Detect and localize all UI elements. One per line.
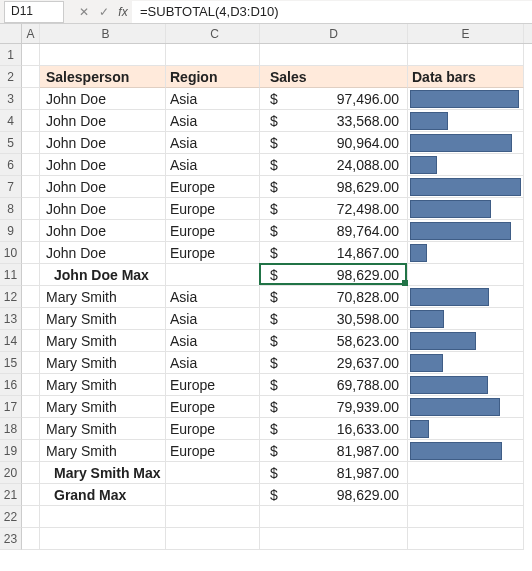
row-header[interactable]: 15	[0, 352, 22, 374]
fx-icon[interactable]: fx	[114, 5, 132, 19]
cell-a[interactable]	[22, 88, 40, 110]
row-header[interactable]: 8	[0, 198, 22, 220]
cell-a[interactable]	[22, 110, 40, 132]
row-header[interactable]: 6	[0, 154, 22, 176]
cell-salesperson[interactable]	[40, 528, 166, 550]
row-header[interactable]: 4	[0, 110, 22, 132]
cell-salesperson[interactable]: Mary Smith Max	[40, 462, 166, 484]
cell-region[interactable]: Europe	[166, 198, 260, 220]
cell-a[interactable]	[22, 440, 40, 462]
cell-databar[interactable]	[408, 264, 524, 286]
cell-a[interactable]	[22, 462, 40, 484]
cell-salesperson[interactable]: John Doe	[40, 132, 166, 154]
cell-a[interactable]	[22, 242, 40, 264]
row-header[interactable]: 7	[0, 176, 22, 198]
cell-a[interactable]	[22, 308, 40, 330]
cell-databar[interactable]	[408, 242, 524, 264]
cell-databar[interactable]	[408, 176, 524, 198]
cell-a[interactable]	[22, 220, 40, 242]
cell-sales[interactable]: $33,568.00	[260, 110, 408, 132]
cell-sales[interactable]: $81,987.00	[260, 462, 408, 484]
cell-databar[interactable]: Data bars	[408, 66, 524, 88]
cell-sales[interactable]	[260, 506, 408, 528]
row-header[interactable]: 5	[0, 132, 22, 154]
cell-a[interactable]	[22, 418, 40, 440]
cell-databar[interactable]	[408, 528, 524, 550]
cell-region[interactable]: Asia	[166, 308, 260, 330]
cell-salesperson[interactable]: John Doe	[40, 88, 166, 110]
cell-databar[interactable]	[408, 198, 524, 220]
cell-a[interactable]	[22, 264, 40, 286]
col-header-b[interactable]: B	[40, 24, 166, 43]
cell-sales[interactable]: $79,939.00	[260, 396, 408, 418]
cell-databar[interactable]	[408, 396, 524, 418]
cell-a[interactable]	[22, 132, 40, 154]
row-header[interactable]: 20	[0, 462, 22, 484]
row-header[interactable]: 17	[0, 396, 22, 418]
cell-salesperson[interactable]	[40, 44, 166, 66]
cell-salesperson[interactable]: John Doe	[40, 154, 166, 176]
cell-region[interactable]: Asia	[166, 154, 260, 176]
cell-sales[interactable]: $30,598.00	[260, 308, 408, 330]
cell-sales[interactable]	[260, 44, 408, 66]
cell-databar[interactable]	[408, 44, 524, 66]
cell-salesperson[interactable]: John Doe	[40, 220, 166, 242]
row-header[interactable]: 9	[0, 220, 22, 242]
cell-salesperson[interactable]: John Doe	[40, 110, 166, 132]
cell-sales[interactable]: $24,088.00	[260, 154, 408, 176]
cell-a[interactable]	[22, 198, 40, 220]
cell-region[interactable]	[166, 462, 260, 484]
cell-salesperson[interactable]: Mary Smith	[40, 308, 166, 330]
cell-salesperson[interactable]: Salesperson	[40, 66, 166, 88]
cell-salesperson[interactable]: Mary Smith	[40, 396, 166, 418]
cell-region[interactable]: Asia	[166, 352, 260, 374]
cell-region[interactable]	[166, 44, 260, 66]
cell-a[interactable]	[22, 44, 40, 66]
cell-sales[interactable]: $72,498.00	[260, 198, 408, 220]
cell-region[interactable]: Europe	[166, 374, 260, 396]
cell-databar[interactable]	[408, 418, 524, 440]
cell-a[interactable]	[22, 528, 40, 550]
col-header-c[interactable]: C	[166, 24, 260, 43]
row-header[interactable]: 10	[0, 242, 22, 264]
cell-region[interactable]: Europe	[166, 440, 260, 462]
row-header[interactable]: 23	[0, 528, 22, 550]
cell-a[interactable]	[22, 506, 40, 528]
row-header[interactable]: 14	[0, 330, 22, 352]
enter-icon[interactable]: ✓	[94, 5, 114, 19]
cell-salesperson[interactable]: John Doe Max	[40, 264, 166, 286]
cell-databar[interactable]	[408, 132, 524, 154]
cell-salesperson[interactable]: Mary Smith	[40, 440, 166, 462]
cell-a[interactable]	[22, 484, 40, 506]
cell-sales[interactable]: $81,987.00	[260, 440, 408, 462]
cell-a[interactable]	[22, 176, 40, 198]
cell-region[interactable]: Asia	[166, 286, 260, 308]
grid[interactable]: A B C D E 12SalespersonRegionSalesData b…	[0, 24, 532, 550]
cell-salesperson[interactable]: John Doe	[40, 198, 166, 220]
cell-a[interactable]	[22, 330, 40, 352]
cell-databar[interactable]	[408, 374, 524, 396]
row-header[interactable]: 3	[0, 88, 22, 110]
cell-region[interactable]: Asia	[166, 110, 260, 132]
cell-a[interactable]	[22, 66, 40, 88]
select-all-corner[interactable]	[0, 24, 22, 43]
cell-sales[interactable]: $98,629.00	[260, 176, 408, 198]
cell-a[interactable]	[22, 396, 40, 418]
name-box[interactable]: D11	[4, 1, 64, 23]
cell-sales[interactable]: $16,633.00	[260, 418, 408, 440]
cell-salesperson[interactable]: Mary Smith	[40, 418, 166, 440]
cell-region[interactable]: Europe	[166, 220, 260, 242]
cell-sales[interactable]: $98,629.00	[260, 264, 408, 286]
cell-a[interactable]	[22, 286, 40, 308]
cell-salesperson[interactable]: Mary Smith	[40, 286, 166, 308]
row-header[interactable]: 1	[0, 44, 22, 66]
row-header[interactable]: 19	[0, 440, 22, 462]
cell-sales[interactable]: $29,637.00	[260, 352, 408, 374]
cell-databar[interactable]	[408, 110, 524, 132]
row-header[interactable]: 2	[0, 66, 22, 88]
cell-sales[interactable]: $90,964.00	[260, 132, 408, 154]
cell-salesperson[interactable]	[40, 506, 166, 528]
cell-region[interactable]: Europe	[166, 396, 260, 418]
cell-region[interactable]: Europe	[166, 418, 260, 440]
cell-databar[interactable]	[408, 154, 524, 176]
